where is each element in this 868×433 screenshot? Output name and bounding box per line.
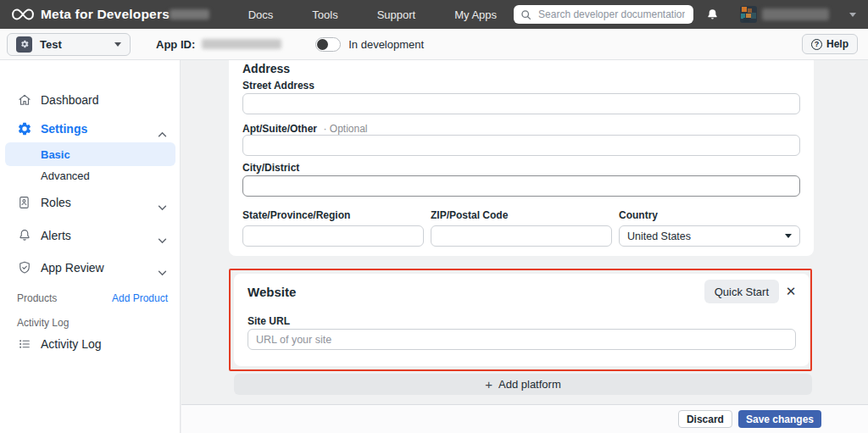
notifications-button[interactable] xyxy=(705,8,720,22)
sidebar-item-activity-log[interactable]: Activity Log xyxy=(0,334,181,354)
chevron-up-icon xyxy=(158,125,167,141)
save-changes-button[interactable]: Save changes xyxy=(738,410,821,428)
roles-badge-icon xyxy=(16,194,33,211)
search-bar[interactable] xyxy=(514,5,693,24)
chevron-down-icon xyxy=(158,199,167,214)
close-icon[interactable]: ✕ xyxy=(782,283,799,300)
nav-my-apps[interactable]: My Apps xyxy=(454,8,497,21)
address-section-card: Address Street Address Apt/Suite/Other ·… xyxy=(229,60,814,256)
redacted-app-id-value xyxy=(202,39,281,49)
country-label: Country xyxy=(619,209,658,221)
quick-start-button[interactable]: Quick Start xyxy=(704,280,779,303)
state-province-input[interactable] xyxy=(242,225,424,247)
home-icon xyxy=(16,92,33,108)
selected-app-name: Test xyxy=(40,38,62,51)
address-section-title: Address xyxy=(242,62,290,75)
chevron-down-icon xyxy=(158,232,167,247)
street-address-input[interactable] xyxy=(242,93,800,114)
bell-icon xyxy=(708,9,716,19)
app-id-label: App ID: xyxy=(156,38,195,51)
sidebar-item-dashboard[interactable]: Dashboard xyxy=(0,90,181,110)
apt-suite-label: Apt/Suite/Other · Optional xyxy=(242,120,368,136)
site-url-input[interactable] xyxy=(248,329,796,350)
country-chevron-down-icon xyxy=(785,234,792,238)
help-button-label: Help xyxy=(826,38,849,50)
brand-logo[interactable]: Meta for Developers xyxy=(0,7,170,22)
shield-check-icon xyxy=(16,259,33,276)
activity-log-section-label: Activity Log xyxy=(17,317,69,329)
bell-outline-icon xyxy=(16,227,33,244)
avatar[interactable] xyxy=(740,6,757,23)
sidebar-item-settings[interactable]: Settings xyxy=(0,119,181,139)
save-footer-bar: Discard Save changes xyxy=(181,404,868,433)
plus-icon: + xyxy=(485,377,492,391)
products-section-label: Products xyxy=(17,292,57,304)
discard-button[interactable]: Discard xyxy=(678,410,732,428)
sidebar-item-alerts[interactable]: Alerts xyxy=(0,225,181,246)
sidebar-item-roles[interactable]: Roles xyxy=(0,192,181,213)
sidebar-item-label: App Review xyxy=(41,261,104,275)
sidebar-navigation: Dashboard Settings Basic Advanced Roles xyxy=(0,60,181,433)
sidebar-item-label: Settings xyxy=(41,122,87,136)
brand-title: Meta for Developers xyxy=(41,7,170,22)
add-platform-label: Add platform xyxy=(498,378,561,391)
zip-postal-input[interactable] xyxy=(431,225,612,247)
add-platform-button[interactable]: + Add platform xyxy=(234,374,812,395)
chevron-down-icon xyxy=(158,264,167,280)
country-dropdown[interactable]: United States xyxy=(619,225,800,247)
meta-infinity-icon xyxy=(11,8,35,21)
nav-support[interactable]: Support xyxy=(377,8,416,21)
top-navigation-bar: Meta for Developers Docs Tools Support M… xyxy=(0,0,868,29)
apt-suite-input[interactable] xyxy=(242,135,800,156)
app-selector-dropdown[interactable]: Test xyxy=(7,33,131,56)
redacted-nav-item xyxy=(170,9,209,19)
optional-hint: · Optional xyxy=(323,123,367,135)
sidebar-item-label: Alerts xyxy=(41,229,71,242)
sidebar-item-label: Dashboard xyxy=(41,93,99,107)
sidebar-item-app-review[interactable]: App Review xyxy=(0,258,181,278)
sidebar-item-label: Activity Log xyxy=(41,337,102,351)
city-district-label: City/District xyxy=(242,162,299,174)
state-province-label: State/Province/Region xyxy=(242,209,350,221)
city-district-input[interactable] xyxy=(242,175,800,197)
sidebar-item-advanced[interactable]: Advanced xyxy=(41,169,90,182)
sidebar-item-label: Basic xyxy=(41,148,70,161)
gear-icon xyxy=(16,120,33,137)
search-icon xyxy=(520,9,531,20)
toggle-knob xyxy=(317,39,328,50)
zip-postal-label: ZIP/Postal Code xyxy=(431,209,508,221)
redacted-username xyxy=(762,8,829,20)
country-selected-value: United States xyxy=(627,230,691,242)
help-button[interactable]: ? Help xyxy=(802,34,858,54)
in-development-toggle[interactable] xyxy=(315,37,341,52)
app-icon xyxy=(16,36,32,53)
add-product-link[interactable]: Add Product xyxy=(112,292,168,304)
sidebar-item-basic-selected[interactable]: Basic xyxy=(5,142,175,166)
account-menu-chevron-down-icon[interactable] xyxy=(849,13,856,17)
site-url-label: Site URL xyxy=(248,315,290,327)
nav-tools[interactable]: Tools xyxy=(312,8,337,21)
list-icon xyxy=(16,336,33,353)
app-selector-chevron-down-icon xyxy=(114,42,121,47)
question-circle-icon: ? xyxy=(811,39,822,50)
website-section-title: Website xyxy=(248,285,296,299)
nav-docs[interactable]: Docs xyxy=(248,8,274,21)
sidebar-item-label: Roles xyxy=(41,196,71,209)
street-address-label: Street Address xyxy=(242,80,314,92)
search-input[interactable] xyxy=(537,8,687,21)
meta-developers-app-settings-page: Meta for Developers Docs Tools Support M… xyxy=(0,0,868,433)
app-context-bar: Test App ID: In development ? Help xyxy=(0,29,868,60)
website-section-card: Website Quick Start ✕ Site URL xyxy=(234,274,810,366)
in-development-label: In development xyxy=(348,38,424,51)
